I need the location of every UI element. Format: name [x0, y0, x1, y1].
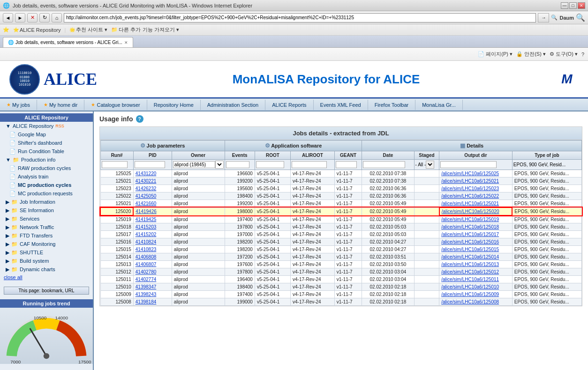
bookmark-button[interactable]: This page: bookmark, URL	[4, 287, 89, 295]
filter-events-input[interactable]	[226, 161, 249, 168]
table-cell[interactable]: 41406807	[133, 261, 172, 268]
sidebar-item-dynamic[interactable]: ▶ 📁 Dynamic charts	[0, 265, 93, 274]
table-cell[interactable]: /alice/sim/LHC10a6/125014	[439, 253, 513, 261]
sidebar-item-network[interactable]: ▶ 📁 Network Traffic	[0, 223, 93, 231]
favorites-recommended[interactable]: 🌟 추천 사이트 ▾	[69, 26, 107, 33]
output-dir-link[interactable]: /alice/sim/LHC10a6/125013	[441, 262, 499, 267]
home-button[interactable]: ⌂	[52, 13, 62, 22]
pid-link[interactable]: 41419426	[136, 209, 157, 214]
table-cell[interactable]: /alice/sim/LHC10a6/125009	[439, 291, 513, 298]
table-cell[interactable]: /alice/sim/LHC10a6/125021	[439, 200, 513, 208]
output-dir-link[interactable]: /alice/sim/LHC10a6/125016	[441, 239, 499, 244]
active-tab[interactable]: 🌐 Job details, events, software versions…	[3, 37, 133, 47]
filter-pid-input[interactable]	[135, 161, 165, 168]
table-cell[interactable]: 41430221	[133, 178, 172, 185]
col-type[interactable]: Type of job	[512, 151, 581, 160]
table-cell[interactable]: 41415203	[133, 223, 172, 231]
pid-link[interactable]: 41415203	[136, 224, 157, 229]
table-cell[interactable]: /alice/sim/LHC10a6/125022	[439, 192, 513, 200]
table-cell[interactable]: 41410824	[133, 238, 172, 246]
table-cell[interactable]: /alice/sim/LHC10a6/125013	[439, 261, 513, 268]
table-cell[interactable]: 41431220	[133, 170, 172, 178]
nav-myjobs[interactable]: ★ My jobs	[0, 100, 37, 110]
pid-link[interactable]: 41410824	[136, 239, 157, 244]
help-button[interactable]: ?	[581, 52, 584, 57]
output-dir-link[interactable]: /alice/sim/LHC10a6/125025	[441, 171, 499, 176]
output-dir-link[interactable]: /alice/sim/LHC10a6/125018	[441, 224, 499, 229]
table-cell[interactable]: 41419425	[133, 215, 172, 223]
sidebar-item-raw[interactable]: 📄 RAW production cycles	[4, 164, 93, 172]
sidebar-item-shifter[interactable]: 📄 Shifter's dashboard	[4, 139, 93, 147]
table-cell[interactable]: 41410823	[133, 246, 172, 253]
col-pid[interactable]: PID	[133, 151, 172, 160]
maximize-button[interactable]: □	[569, 2, 577, 9]
nav-monalisa[interactable]: MonaLisa Gr...	[415, 100, 463, 110]
sidebar-item-alice-repo[interactable]: ▼ ALICE Repository RSS	[0, 122, 93, 130]
sidebar-item-build[interactable]: ▶ 📁 Build system	[0, 257, 93, 265]
pid-link[interactable]: 41398184	[136, 299, 157, 304]
sidebar-item-job-info[interactable]: ▶ 📁 Job Information	[0, 198, 93, 206]
tools-button[interactable]: ⚙ 도구(O) ▾	[550, 51, 578, 58]
filter-date-input[interactable]	[363, 161, 405, 168]
sidebar-item-shuttle[interactable]: ▶ 📁 SHUTTLE	[0, 248, 93, 257]
help-icon[interactable]: ?	[136, 115, 143, 123]
pid-link[interactable]: 41398243	[136, 292, 157, 297]
table-cell[interactable]: 41398184	[133, 298, 172, 306]
stop-button[interactable]: ✕	[27, 13, 38, 22]
output-dir-link[interactable]: /alice/sim/LHC10a6/125020	[442, 209, 499, 214]
filter-aliroot-input[interactable]	[292, 161, 327, 168]
table-cell[interactable]: /alice/sim/LHC10a6/125011	[439, 276, 513, 283]
sidebar-item-production[interactable]: ▼ 📁 Production info	[0, 155, 93, 164]
sidebar-item-google-map[interactable]: 📄 Google Map	[4, 130, 93, 139]
sidebar-item-mc-cycles[interactable]: 📄 MC production cycles	[4, 181, 93, 189]
pid-link[interactable]: 41402774	[136, 277, 157, 282]
table-cell[interactable]: /alice/sim/LHC10a6/125015	[439, 246, 513, 253]
col-owner[interactable]: Owner	[172, 151, 225, 160]
sidebar-item-mc-requests[interactable]: 📄 MC production requests	[4, 189, 93, 198]
close-all-link[interactable]: close all	[4, 274, 23, 280]
pid-link[interactable]: 41406808	[136, 254, 157, 259]
table-cell[interactable]: /alice/sim/LHC10a6/125008	[439, 298, 513, 306]
pid-link[interactable]: 41406807	[136, 262, 157, 267]
col-output[interactable]: Output dir	[439, 151, 513, 160]
col-events[interactable]: Events	[225, 151, 255, 160]
table-cell[interactable]: 41398243	[133, 291, 172, 298]
favorites-item-1[interactable]: ⭐ALICE Repository	[13, 27, 60, 33]
table-cell[interactable]: /alice/sim/LHC10a6/125019	[439, 215, 513, 223]
filter-root-input[interactable]	[256, 161, 284, 168]
output-dir-link[interactable]: /alice/sim/LHC10a6/125015	[441, 247, 499, 252]
back-button[interactable]: ◄	[3, 13, 13, 22]
table-cell[interactable]: 41426232	[133, 185, 172, 192]
pid-link[interactable]: 41430221	[136, 178, 157, 184]
table-cell[interactable]: 41421660	[133, 200, 172, 208]
table-cell[interactable]: /alice/sim/LHC10a6/125016	[439, 238, 513, 246]
col-root[interactable]: ROOT	[255, 151, 290, 160]
output-dir-link[interactable]: /alice/sim/LHC10a6/125023	[441, 186, 499, 191]
pid-link[interactable]: 41402780	[136, 269, 157, 274]
filter-geant-input[interactable]	[336, 161, 357, 168]
pid-link[interactable]: 41419425	[136, 217, 157, 222]
sidebar-item-services[interactable]: ▶ 📁 Services	[0, 215, 93, 223]
pid-link[interactable]: 41426232	[136, 186, 157, 191]
nav-firefox[interactable]: Firefox Toolbar	[368, 100, 416, 110]
pid-link[interactable]: 41431220	[136, 171, 157, 176]
output-dir-link[interactable]: /alice/sim/LHC10a6/125014	[441, 254, 499, 259]
nav-reports[interactable]: ALICE Reports	[265, 100, 313, 110]
table-cell[interactable]: 41419426	[133, 207, 172, 215]
table-cell[interactable]: /alice/sim/LHC10a6/125010	[439, 283, 513, 291]
table-cell[interactable]: 41415202	[133, 231, 172, 238]
nav-repohome[interactable]: Repository Home	[147, 100, 201, 110]
filter-run-input[interactable]	[102, 161, 128, 168]
nav-admin[interactable]: Administration Section	[201, 100, 265, 110]
filter-staged-select[interactable]: ▼	[426, 161, 434, 169]
table-cell[interactable]: 41425050	[133, 192, 172, 200]
nav-myhomedir[interactable]: ★ My home dir	[37, 100, 85, 110]
forward-button[interactable]: ►	[15, 13, 25, 22]
output-dir-link[interactable]: /alice/sim/LHC10a6/125021	[441, 201, 499, 206]
table-cell[interactable]: 41402774	[133, 276, 172, 283]
col-date[interactable]: Date	[362, 151, 414, 160]
col-aliroot[interactable]: ALIROOT	[291, 151, 335, 160]
pid-link[interactable]: 41398347	[136, 284, 157, 289]
sidebar-item-ftd[interactable]: ▶ 📁 FTD Transfers	[0, 231, 93, 240]
table-cell[interactable]: /alice/sim/LHC10a6/125025	[439, 170, 513, 178]
